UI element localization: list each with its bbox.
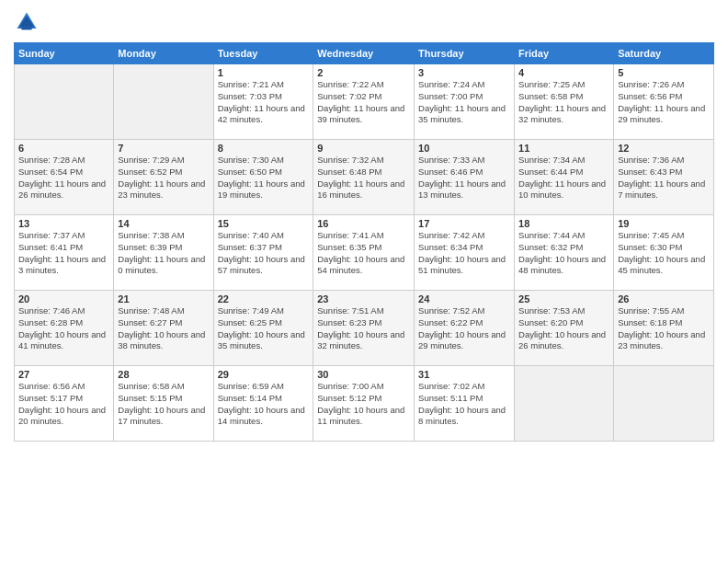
header-row: Sunday Monday Tuesday Wednesday Thursday… xyxy=(15,43,714,64)
day-number: 16 xyxy=(317,218,410,229)
day-cell: 18Sunrise: 7:44 AM Sunset: 6:32 PM Dayli… xyxy=(515,215,614,291)
day-info: Sunrise: 7:41 AM Sunset: 6:35 PM Dayligh… xyxy=(317,230,410,277)
day-cell: 22Sunrise: 7:49 AM Sunset: 6:25 PM Dayli… xyxy=(213,291,313,366)
day-number: 17 xyxy=(418,218,510,229)
col-tuesday: Tuesday xyxy=(213,43,313,64)
day-info: Sunrise: 7:02 AM Sunset: 5:11 PM Dayligh… xyxy=(418,381,510,428)
day-number: 22 xyxy=(218,293,310,304)
day-number: 29 xyxy=(218,369,310,380)
day-cell: 29Sunrise: 6:59 AM Sunset: 5:14 PM Dayli… xyxy=(213,366,313,442)
calendar-page: Sunday Monday Tuesday Wednesday Thursday… xyxy=(0,0,728,563)
day-cell: 21Sunrise: 7:48 AM Sunset: 6:27 PM Dayli… xyxy=(114,291,213,366)
day-cell: 3Sunrise: 7:24 AM Sunset: 7:00 PM Daylig… xyxy=(415,64,515,140)
day-number: 12 xyxy=(618,143,710,154)
day-cell: 30Sunrise: 7:00 AM Sunset: 5:12 PM Dayli… xyxy=(313,366,415,442)
day-number: 13 xyxy=(18,218,109,229)
day-info: Sunrise: 7:33 AM Sunset: 6:46 PM Dayligh… xyxy=(418,155,510,201)
day-cell xyxy=(15,64,114,140)
calendar-header: Sunday Monday Tuesday Wednesday Thursday… xyxy=(15,43,714,64)
day-info: Sunrise: 7:55 AM Sunset: 6:18 PM Dayligh… xyxy=(618,305,710,352)
day-cell xyxy=(515,366,614,442)
page-header xyxy=(14,9,714,35)
day-cell: 20Sunrise: 7:46 AM Sunset: 6:28 PM Dayli… xyxy=(15,291,114,366)
day-number: 27 xyxy=(18,369,109,380)
day-info: Sunrise: 6:58 AM Sunset: 5:15 PM Dayligh… xyxy=(118,381,209,428)
day-cell xyxy=(614,366,714,442)
day-info: Sunrise: 7:53 AM Sunset: 6:20 PM Dayligh… xyxy=(518,305,609,352)
day-cell: 9Sunrise: 7:32 AM Sunset: 6:48 PM Daylig… xyxy=(313,140,415,215)
day-cell: 5Sunrise: 7:26 AM Sunset: 6:56 PM Daylig… xyxy=(614,64,714,140)
day-cell: 14Sunrise: 7:38 AM Sunset: 6:39 PM Dayli… xyxy=(114,215,213,291)
day-info: Sunrise: 7:49 AM Sunset: 6:25 PM Dayligh… xyxy=(218,305,310,352)
day-cell: 24Sunrise: 7:52 AM Sunset: 6:22 PM Dayli… xyxy=(415,291,515,366)
day-cell: 6Sunrise: 7:28 AM Sunset: 6:54 PM Daylig… xyxy=(15,140,114,215)
day-info: Sunrise: 7:44 AM Sunset: 6:32 PM Dayligh… xyxy=(518,230,609,277)
day-number: 11 xyxy=(518,143,609,154)
day-info: Sunrise: 7:26 AM Sunset: 6:56 PM Dayligh… xyxy=(618,79,710,126)
day-cell: 31Sunrise: 7:02 AM Sunset: 5:11 PM Dayli… xyxy=(415,366,515,442)
calendar-table: Sunday Monday Tuesday Wednesday Thursday… xyxy=(14,42,714,442)
day-info: Sunrise: 7:38 AM Sunset: 6:39 PM Dayligh… xyxy=(118,230,209,277)
day-number: 30 xyxy=(317,369,410,380)
day-cell: 4Sunrise: 7:25 AM Sunset: 6:58 PM Daylig… xyxy=(515,64,614,140)
day-number: 3 xyxy=(418,67,510,78)
day-info: Sunrise: 7:32 AM Sunset: 6:48 PM Dayligh… xyxy=(317,155,410,201)
day-number: 21 xyxy=(118,293,209,304)
day-number: 15 xyxy=(218,218,310,229)
day-number: 8 xyxy=(218,143,310,154)
day-info: Sunrise: 7:21 AM Sunset: 7:03 PM Dayligh… xyxy=(218,79,310,126)
day-number: 5 xyxy=(618,67,710,78)
day-info: Sunrise: 7:51 AM Sunset: 6:23 PM Dayligh… xyxy=(317,305,410,352)
day-info: Sunrise: 6:59 AM Sunset: 5:14 PM Dayligh… xyxy=(218,381,310,428)
day-cell: 28Sunrise: 6:58 AM Sunset: 5:15 PM Dayli… xyxy=(114,366,213,442)
week-row-1: 1Sunrise: 7:21 AM Sunset: 7:03 PM Daylig… xyxy=(15,64,714,140)
col-saturday: Saturday xyxy=(614,43,714,64)
day-info: Sunrise: 7:36 AM Sunset: 6:43 PM Dayligh… xyxy=(618,155,710,201)
day-cell: 17Sunrise: 7:42 AM Sunset: 6:34 PM Dayli… xyxy=(415,215,515,291)
day-number: 28 xyxy=(118,369,209,380)
day-number: 20 xyxy=(18,293,109,304)
day-number: 4 xyxy=(518,67,609,78)
logo-icon xyxy=(14,9,40,35)
day-number: 31 xyxy=(418,369,510,380)
day-cell: 13Sunrise: 7:37 AM Sunset: 6:41 PM Dayli… xyxy=(15,215,114,291)
day-number: 9 xyxy=(317,143,410,154)
week-row-2: 6Sunrise: 7:28 AM Sunset: 6:54 PM Daylig… xyxy=(15,140,714,215)
day-cell: 10Sunrise: 7:33 AM Sunset: 6:46 PM Dayli… xyxy=(415,140,515,215)
day-cell: 12Sunrise: 7:36 AM Sunset: 6:43 PM Dayli… xyxy=(614,140,714,215)
day-info: Sunrise: 7:40 AM Sunset: 6:37 PM Dayligh… xyxy=(218,230,310,277)
logo xyxy=(14,9,43,35)
svg-rect-2 xyxy=(21,28,31,30)
day-info: Sunrise: 7:25 AM Sunset: 6:58 PM Dayligh… xyxy=(518,79,609,126)
day-number: 19 xyxy=(618,218,710,229)
day-number: 24 xyxy=(418,293,510,304)
day-cell: 15Sunrise: 7:40 AM Sunset: 6:37 PM Dayli… xyxy=(213,215,313,291)
col-thursday: Thursday xyxy=(415,43,515,64)
day-info: Sunrise: 7:24 AM Sunset: 7:00 PM Dayligh… xyxy=(418,79,510,126)
col-friday: Friday xyxy=(515,43,614,64)
day-cell: 19Sunrise: 7:45 AM Sunset: 6:30 PM Dayli… xyxy=(614,215,714,291)
day-number: 7 xyxy=(118,143,209,154)
week-row-3: 13Sunrise: 7:37 AM Sunset: 6:41 PM Dayli… xyxy=(15,215,714,291)
day-cell: 23Sunrise: 7:51 AM Sunset: 6:23 PM Dayli… xyxy=(313,291,415,366)
week-row-4: 20Sunrise: 7:46 AM Sunset: 6:28 PM Dayli… xyxy=(15,291,714,366)
day-number: 25 xyxy=(518,293,609,304)
day-number: 18 xyxy=(518,218,609,229)
day-number: 1 xyxy=(218,67,310,78)
day-info: Sunrise: 7:52 AM Sunset: 6:22 PM Dayligh… xyxy=(418,305,510,352)
day-cell: 26Sunrise: 7:55 AM Sunset: 6:18 PM Dayli… xyxy=(614,291,714,366)
col-monday: Monday xyxy=(114,43,213,64)
day-info: Sunrise: 7:22 AM Sunset: 7:02 PM Dayligh… xyxy=(317,79,410,126)
day-info: Sunrise: 7:29 AM Sunset: 6:52 PM Dayligh… xyxy=(118,155,209,201)
col-wednesday: Wednesday xyxy=(313,43,415,64)
day-cell: 27Sunrise: 6:56 AM Sunset: 5:17 PM Dayli… xyxy=(15,366,114,442)
day-cell: 11Sunrise: 7:34 AM Sunset: 6:44 PM Dayli… xyxy=(515,140,614,215)
day-info: Sunrise: 7:42 AM Sunset: 6:34 PM Dayligh… xyxy=(418,230,510,277)
day-number: 14 xyxy=(118,218,209,229)
day-info: Sunrise: 7:46 AM Sunset: 6:28 PM Dayligh… xyxy=(18,305,109,352)
day-number: 2 xyxy=(317,67,410,78)
day-cell: 7Sunrise: 7:29 AM Sunset: 6:52 PM Daylig… xyxy=(114,140,213,215)
day-info: Sunrise: 7:34 AM Sunset: 6:44 PM Dayligh… xyxy=(518,155,609,201)
day-cell: 16Sunrise: 7:41 AM Sunset: 6:35 PM Dayli… xyxy=(313,215,415,291)
day-number: 6 xyxy=(18,143,109,154)
